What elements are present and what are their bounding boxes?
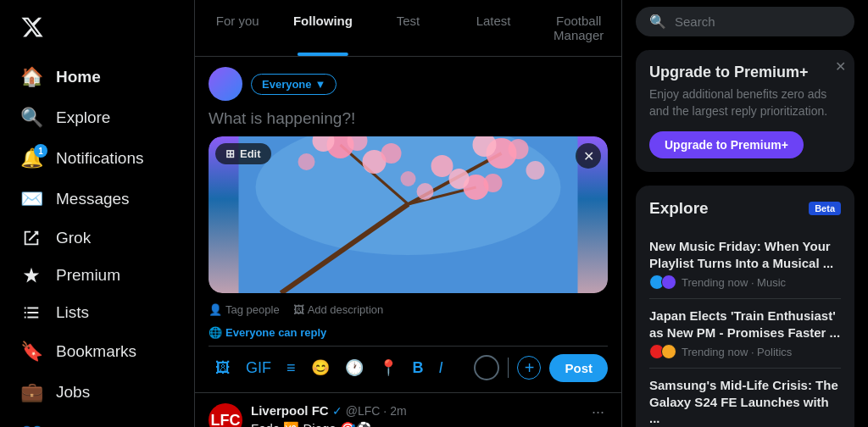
circle-button[interactable] [474,355,499,380]
add-description-button[interactable]: 🖼 Add description [293,303,384,316]
trend-meta-2: Trending now · Politics [649,344,841,359]
remove-image-button[interactable]: ✕ [576,143,601,169]
sidebar-item-premium[interactable]: Premium [10,258,184,293]
feed-account-name: Liverpool FC [251,403,329,418]
trend-icons-1 [649,274,676,290]
toolbar-right: + Post [474,354,608,382]
sidebar-item-home[interactable]: 🏠 Home [10,58,184,97]
search-bar[interactable]: 🔍 [636,7,854,36]
lists-icon [20,303,42,322]
everyone-can-reply[interactable]: 🌐 Everyone can reply [209,326,608,339]
toolbar-icons: 🖼 GIF ≡ 😊 🕐 📍 B I [209,353,450,382]
schedule-icon[interactable]: 🕐 [338,353,370,382]
sidebar-item-home-label: Home [56,68,101,86]
sidebar-item-messages-label: Messages [56,190,130,208]
edit-image-button[interactable]: ⊞ Edit [215,143,271,164]
feed-time: 2m [390,404,406,418]
premium-close-button[interactable]: ✕ [835,58,846,75]
feed-handle: @LFC [346,404,381,418]
trend-item-2[interactable]: Japan Elects 'Train Enthusiast' as New P… [649,299,841,369]
svg-point-20 [401,171,416,186]
toolbar-divider [508,358,509,378]
notification-badge: 1 [34,144,47,158]
compose-toolbar: 🖼 GIF ≡ 😊 🕐 📍 B I + Post [209,346,608,382]
premium-icon [20,266,42,285]
feed-text: Fede 🆚 Diogo 🎯⚽ [251,421,580,427]
trend-meta-1: Trending now · Music [649,274,841,290]
svg-point-21 [417,183,434,200]
sidebar-item-bookmarks[interactable]: 🔖 Bookmarks [10,332,184,371]
sidebar-item-communities[interactable]: 👥 Communities [10,413,184,427]
feed-item-header: LFC Liverpool FC ✓ @LFC · 2m Fede 🆚 Diog… [209,403,608,427]
list-icon[interactable]: ≡ [280,354,303,382]
sidebar-item-notifications-label: Notifications [56,149,144,168]
main-feed: For you Following Test Latest Football M… [195,0,622,427]
sidebar-item-lists[interactable]: Lists [10,295,184,330]
explore-box: Explore Beta New Music Friday: When Your… [636,186,854,427]
svg-point-19 [526,161,545,180]
tab-latest[interactable]: Latest [451,0,537,56]
lfc-avatar: LFC [209,403,242,427]
image-preview: ⊞ Edit ✕ [209,136,608,293]
location-icon[interactable]: 📍 [372,353,404,382]
trend-item-3[interactable]: Samsung's Mid-Life Crisis: The Galaxy S2… [649,369,841,427]
trend-avatar-1b [661,274,676,290]
premium-upgrade-button[interactable]: Upgrade to Premium+ [649,131,804,158]
bold-icon[interactable]: B [406,354,431,382]
add-post-button[interactable]: + [517,356,541,380]
feed-dot: · [383,404,387,418]
search-icon: 🔍 [649,14,666,30]
trend-item-1[interactable]: New Music Friday: When Your Playlist Tur… [649,230,841,299]
tab-for-you[interactable]: For you [195,0,281,56]
jobs-icon: 💼 [20,381,42,403]
tag-people-button[interactable]: 👤 Tag people [209,303,280,316]
feed-more-button[interactable]: ··· [588,403,608,421]
emoji-icon[interactable]: 😊 [304,353,337,382]
compose-placeholder[interactable]: What is happening?! [209,109,608,128]
user-avatar [209,67,242,101]
sidebar-item-explore-label: Explore [56,108,110,127]
sidebar-item-lists-label: Lists [56,303,89,322]
chevron-down-icon: ▼ [315,78,326,91]
explore-header: Explore Beta [649,199,841,218]
trend-icons-2 [649,344,676,359]
home-icon: 🏠 [20,66,42,88]
svg-point-18 [298,153,315,170]
sidebar-item-notifications[interactable]: 🔔 1 Notifications [10,139,184,178]
tab-following[interactable]: Following [281,0,366,56]
sidebar-item-jobs[interactable]: 💼 Jobs [10,373,184,412]
premium-description: Enjoy additional benefits zero ads and t… [649,86,841,119]
communities-icon: 👥 [20,422,42,427]
svg-point-14 [484,174,503,192]
italic-icon[interactable]: I [432,354,450,382]
search-input[interactable] [675,14,841,29]
image-icon[interactable]: 🖼 [209,354,237,382]
svg-point-13 [449,169,470,189]
sidebar-item-explore[interactable]: 🔍 Explore [10,98,184,137]
sidebar-logo[interactable] [10,7,184,56]
sidebar-item-grok[interactable]: Grok [10,220,184,256]
tab-test[interactable]: Test [365,0,451,56]
premium-title: Upgrade to Premium+ [649,64,841,81]
post-button[interactable]: Post [549,354,608,382]
globe-icon: 🌐 [209,326,222,339]
sidebar: 🏠 Home 🔍 Explore 🔔 1 Notifications ✉️ Me… [0,0,195,427]
sidebar-item-grok-label: Grok [56,229,91,247]
gif-icon[interactable]: GIF [239,354,278,382]
feed-name-row: Liverpool FC ✓ @LFC · 2m [251,403,580,418]
beta-badge: Beta [809,202,841,215]
feed-item[interactable]: LFC Liverpool FC ✓ @LFC · 2m Fede 🆚 Diog… [195,393,621,427]
mail-icon: ✉️ [20,188,42,210]
bookmark-icon: 🔖 [20,341,42,363]
trend-title-2: Japan Elects 'Train Enthusiast' as New P… [649,308,841,341]
x-logo-icon [20,15,44,39]
sidebar-item-communities-label: Communities [56,424,150,427]
grok-icon [20,229,42,247]
sidebar-item-premium-label: Premium [56,266,120,285]
sidebar-item-bookmarks-label: Bookmarks [56,342,136,361]
person-icon: 👤 [209,303,222,316]
tab-football-manager[interactable]: Football Manager [536,0,621,56]
audience-selector[interactable]: Everyone ▼ [251,74,337,95]
sidebar-item-messages[interactable]: ✉️ Messages [10,180,184,219]
alt-text-icon: 🖼 [293,303,304,316]
